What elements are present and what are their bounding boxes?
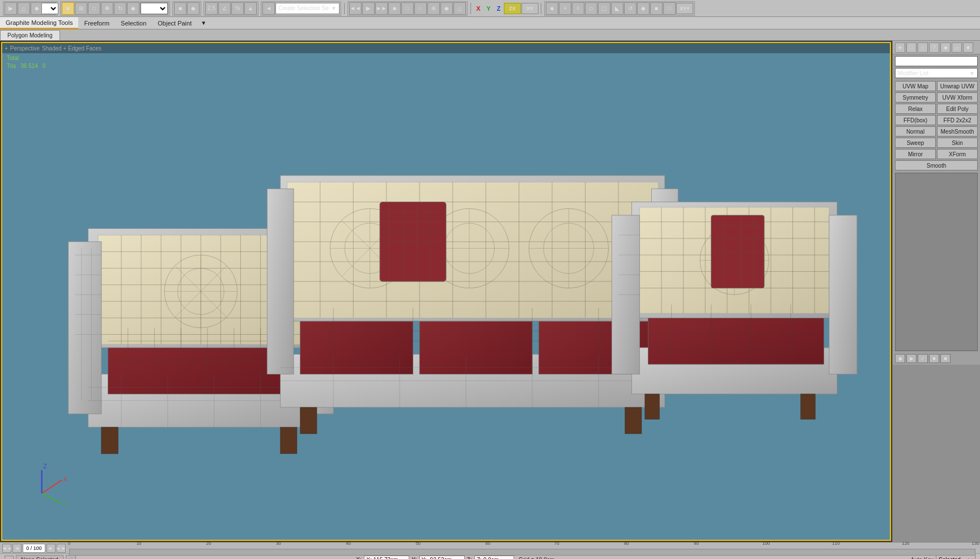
play-btn[interactable]: ▶ xyxy=(362,2,375,15)
prev-frame[interactable]: ◄◄ xyxy=(349,2,362,15)
autokey-dropdown[interactable]: Selected xyxy=(936,555,975,560)
create-selection-dropdown[interactable]: Create Selection Se ▼ xyxy=(275,3,340,14)
tick-40: 40 xyxy=(346,541,351,546)
rpanel-helper-icon[interactable]: ? xyxy=(929,42,939,53)
xy-btn2[interactable]: XY+ xyxy=(676,3,693,14)
stack-cfg-icon[interactable]: ■ xyxy=(940,354,951,363)
mod-btn-xform[interactable]: XForm xyxy=(937,149,978,159)
y-axis-btn[interactable]: Y xyxy=(483,3,494,14)
freeform-menu[interactable]: Freeform xyxy=(78,17,115,29)
timeline-numbers: 0 10 20 30 40 50 60 70 80 90 100 110 120… xyxy=(69,541,975,549)
all-dropdown-icon[interactable] xyxy=(44,2,56,15)
tool-9[interactable]: ■ xyxy=(650,2,663,15)
mod-btn-smooth[interactable]: Smooth xyxy=(895,160,978,170)
object-paint-menu[interactable]: Object Paint xyxy=(152,17,197,29)
rpanel-star-icon[interactable]: ★ xyxy=(895,42,905,53)
transform-extra-1[interactable]: ■ xyxy=(174,2,186,15)
lasso-icon[interactable]: △ xyxy=(18,2,30,15)
rpanel-extra-icon[interactable]: ■ xyxy=(963,42,973,53)
svg-text:Z: Z xyxy=(43,462,47,470)
mod-btn-ffd-box[interactable]: FFD(box) xyxy=(895,115,936,125)
tool-1[interactable]: ■ xyxy=(546,2,558,15)
next-key-btn[interactable]: ► xyxy=(46,544,56,553)
view-dropdown[interactable] xyxy=(141,3,168,14)
snap-icon[interactable]: 2.5 xyxy=(205,2,218,15)
mod-btn-normal[interactable]: Normal xyxy=(895,126,936,136)
tool-5[interactable]: ▢ xyxy=(598,2,610,15)
mod-btn-ffd-2x2x2[interactable]: FFD 2x2x2 xyxy=(937,115,978,125)
select-region[interactable]: □ xyxy=(88,2,100,15)
x-coord-input[interactable] xyxy=(364,556,409,560)
rpanel-light-icon[interactable]: ○ xyxy=(918,42,928,53)
prev-key-btn[interactable]: ◄ xyxy=(12,544,22,553)
mod-btn-meshsmooth[interactable]: MeshSmooth xyxy=(937,126,978,136)
scale-icon[interactable]: ◆ xyxy=(127,2,139,15)
x-axis-btn[interactable]: X xyxy=(473,3,483,14)
ref-system[interactable] xyxy=(140,2,168,15)
timeline-track[interactable] xyxy=(69,549,975,556)
mod-btn-sweep[interactable]: Sweep xyxy=(895,138,936,148)
lights[interactable]: ○ xyxy=(414,2,427,15)
z-coord-input[interactable] xyxy=(474,556,514,560)
y-coord-input[interactable] xyxy=(419,556,465,560)
spacewarps[interactable]: ◆ xyxy=(440,2,453,15)
go-start-btn[interactable]: ◄◄ xyxy=(2,544,11,553)
xy-btn[interactable]: XY xyxy=(521,3,538,14)
cameras[interactable]: □ xyxy=(401,2,414,15)
viewport[interactable]: + Perspective Shaded + Edged Faces Total… xyxy=(1,42,891,541)
angle-snap[interactable]: ∠ xyxy=(218,2,231,15)
mod-btn-relax[interactable]: Relax xyxy=(895,104,936,114)
select-tool-active[interactable]: ■ xyxy=(62,2,74,15)
percent-snap[interactable]: % xyxy=(231,2,244,15)
graphite-tools-menu[interactable]: Graphite Modeling Tools xyxy=(0,17,78,29)
viewport-perspective[interactable]: Perspective xyxy=(10,45,40,52)
mod-btn-unwrap-uvw[interactable]: Unwrap UVW xyxy=(937,81,978,91)
mod-btn-uvw-map[interactable]: UVW Map xyxy=(895,81,936,91)
tool-4[interactable]: ◇ xyxy=(585,2,597,15)
tool-10[interactable]: □ xyxy=(663,2,676,15)
rpanel-shape-icon[interactable]: ◆ xyxy=(940,42,951,53)
autokey-select[interactable]: Selected xyxy=(936,556,975,560)
transform-extra-2[interactable]: ◆ xyxy=(187,2,200,15)
anim-mode[interactable]: ■ xyxy=(388,2,401,15)
tool-6[interactable]: ◣ xyxy=(611,2,623,15)
mod-btn-edit-poly[interactable]: Edit Poly xyxy=(937,104,978,114)
z-axis-btn[interactable]: Z xyxy=(494,3,504,14)
modifier-search-input[interactable] xyxy=(895,56,978,66)
selection-menu[interactable]: Selection xyxy=(115,17,152,29)
create-selection-icon[interactable]: ◄ xyxy=(262,2,275,15)
systems[interactable]: △ xyxy=(453,2,466,15)
tool-8[interactable]: ◆ xyxy=(637,2,650,15)
tool-2[interactable]: + xyxy=(559,2,571,15)
mod-btn-uvw-xform[interactable]: UVW Xform xyxy=(937,92,978,103)
mod-btn-skin[interactable]: Skin xyxy=(937,138,978,148)
modifier-list-dropdown[interactable]: Modifier List ▼ xyxy=(895,68,978,78)
mod-btn-symmetry[interactable]: Symmetry xyxy=(895,92,936,103)
move-tool[interactable]: ⊞ xyxy=(75,2,87,15)
rpanel-anim-icon[interactable]: ▱ xyxy=(952,42,962,53)
viewport-shading[interactable]: Shaded + Edged Faces xyxy=(42,45,101,52)
go-end-btn[interactable]: ►► xyxy=(57,544,66,553)
polygon-modeling-tab[interactable]: Polygon Modeling xyxy=(0,30,60,40)
rotate-icon[interactable]: ↻ xyxy=(114,2,126,15)
spinner-snap[interactable]: ▲ xyxy=(244,2,257,15)
frame-input[interactable] xyxy=(23,544,45,553)
stack-save-icon[interactable]: ■ xyxy=(929,354,939,363)
rpanel-camera-icon[interactable]: □ xyxy=(906,42,917,53)
status-arrow-left[interactable]: ◄ xyxy=(5,556,14,560)
lock-icon[interactable]: 🔒 xyxy=(66,555,76,560)
stack-play-icon[interactable]: ▶ xyxy=(906,354,917,363)
select-icon[interactable]: ▶ xyxy=(5,2,17,15)
viewport-plus[interactable]: + xyxy=(5,45,8,52)
zx-btn[interactable]: ZX xyxy=(504,3,521,14)
move-icon[interactable]: ✥ xyxy=(101,2,113,15)
mod-btn-mirror[interactable]: Mirror xyxy=(895,149,936,159)
all-dropdown[interactable] xyxy=(41,3,58,14)
stack-check-icon[interactable]: ✓ xyxy=(918,354,928,363)
helpers[interactable]: ⊕ xyxy=(427,2,440,15)
tool-3[interactable]: ◊ xyxy=(572,2,584,15)
tool-7[interactable]: ↺ xyxy=(624,2,637,15)
stack-pin-icon[interactable]: ◆ xyxy=(895,354,905,363)
next-frame[interactable]: ►► xyxy=(375,2,388,15)
extra-menu[interactable]: ▼ xyxy=(197,17,210,29)
